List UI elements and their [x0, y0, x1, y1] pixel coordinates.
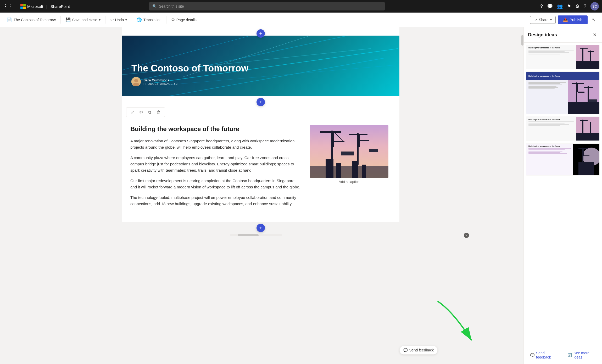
page-toolbar: 📄 The Contoso of Tomorrow 💾 Save and clo… [0, 13, 602, 27]
design-idea-3[interactable]: Building the workspace of the future [526, 116, 600, 141]
undo-item[interactable]: ↩ Undo ▾ [108, 16, 130, 24]
people-icon[interactable]: 👥 [557, 3, 563, 9]
design-ideas-list[interactable]: Building the workspace of the future [524, 43, 602, 346]
design-idea-1[interactable]: Building the workspace of the future [526, 45, 600, 69]
design-panel-title: Design ideas [528, 32, 557, 38]
scrollbar-thumb[interactable] [238, 234, 259, 236]
author-info: Sara Cummings PRODUCT MANAGER 2 [143, 78, 178, 85]
search-icon: 🔍 [152, 4, 157, 8]
svg-rect-23 [582, 48, 583, 62]
publish-button[interactable]: 📤 Publish [558, 15, 588, 24]
section-heading[interactable]: Building the workspace of the future [130, 125, 301, 133]
idea-4-preview: Building the workspace of the future [526, 144, 599, 175]
save-close-item[interactable]: 💾 Save and close ▾ [63, 16, 103, 24]
idea-4-text: Building the workspace of the future [526, 144, 573, 175]
search-input[interactable]: Search this site [159, 4, 382, 8]
idea-4-layout: Building the workspace of the future [526, 144, 599, 175]
svg-rect-19 [362, 165, 366, 178]
svg-rect-25 [590, 51, 591, 62]
svg-rect-18 [352, 161, 358, 178]
svg-rect-28 [568, 102, 599, 114]
text-column[interactable]: Building the workspace of the future A m… [130, 125, 307, 211]
share-icon: ↗ [534, 18, 537, 22]
page-icon: 📄 [7, 17, 12, 22]
paragraph-3[interactable]: Our first major redevelopment is nearing… [130, 178, 301, 190]
editor-area[interactable]: + The Contoso of Tomorrow [0, 27, 521, 364]
svg-rect-7 [334, 141, 344, 142]
page-title-label: The Contoso of Tomorrow [14, 18, 56, 22]
svg-rect-22 [576, 61, 599, 69]
toolbar-divider-2 [105, 16, 105, 24]
svg-rect-33 [588, 86, 589, 103]
svg-rect-39 [580, 120, 588, 121]
add-section-top-wrapper: + [122, 27, 399, 36]
idea-3-preview: Building the workspace of the future [526, 117, 599, 141]
paragraph-2[interactable]: A community plaza where employees can ga… [130, 155, 301, 173]
microsoft-logo[interactable]: Microsoft [20, 4, 43, 9]
svg-rect-29 [576, 82, 577, 103]
design-ideas-panel: Design ideas ✕ Building the workspace of… [523, 27, 602, 364]
translation-label: Translation [143, 18, 161, 22]
editor-content: + The Contoso of Tomorrow [122, 27, 399, 232]
help-circle-icon[interactable]: ? [584, 4, 586, 9]
apps-grid-icon[interactable]: ⋮⋮⋮ [3, 3, 17, 9]
copy-section-button[interactable]: ⧉ [146, 109, 153, 116]
publish-label: Publish [570, 18, 582, 22]
flag-icon[interactable]: ⚑ [567, 3, 571, 9]
horizontal-scrollbar-area: ✕ [0, 232, 521, 238]
undo-dropdown-icon[interactable]: ▾ [125, 18, 127, 22]
translation-icon: 🌐 [137, 17, 142, 22]
search-bar[interactable]: 🔍 Search this site [149, 2, 385, 10]
hero-title[interactable]: The Contoso of Tomorrow [131, 63, 248, 74]
send-feedback-button[interactable]: 💬 Send feedback [399, 346, 438, 355]
add-section-bottom-button[interactable]: + [257, 224, 265, 232]
app-separator: | [46, 4, 47, 9]
author-role: PRODUCT MANAGER 2 [143, 82, 178, 85]
move-section-button[interactable]: ⤢ [129, 109, 136, 116]
avatar [131, 77, 141, 86]
add-section-top-button[interactable]: + [257, 29, 265, 38]
toolbar-divider-3 [132, 16, 132, 24]
toolbar-divider-4 [166, 16, 166, 24]
publish-icon: 📤 [563, 18, 568, 22]
save-dropdown-icon[interactable]: ▾ [99, 18, 101, 22]
top-navigation: ⋮⋮⋮ Microsoft | SharePoint 🔍 Search this… [0, 0, 602, 13]
microsoft-name: Microsoft [27, 4, 43, 9]
section-settings-button[interactable]: ⚙ [137, 109, 145, 116]
idea-2-text [526, 80, 568, 114]
svg-rect-5 [320, 131, 341, 133]
user-avatar[interactable]: SC [590, 2, 599, 10]
horizontal-scrollbar[interactable] [230, 234, 282, 236]
hero-text-block: The Contoso of Tomorrow Sara Cummings PR… [131, 63, 248, 86]
svg-rect-38 [582, 120, 583, 134]
idea-3-text: Building the workspace of the future [526, 117, 576, 141]
delete-section-button[interactable]: 🗑 [154, 109, 163, 116]
paragraph-1[interactable]: A major renovation of Contoso's Singapor… [130, 138, 301, 150]
page-details-item[interactable]: ⚙ Page details [169, 16, 199, 24]
svg-rect-35 [589, 99, 597, 102]
nav-icon-group: ? 💬 👥 ⚑ ⚙ ? SC [540, 2, 599, 10]
content-image[interactable] [310, 125, 388, 178]
page-title-item[interactable]: 📄 The Contoso of Tomorrow [4, 16, 58, 24]
page-area: + The Contoso of Tomorrow [0, 27, 602, 364]
design-panel-close-button[interactable]: ✕ [592, 31, 598, 39]
comment-icon[interactable]: 💬 [547, 3, 553, 9]
hero-section[interactable]: The Contoso of Tomorrow Sara Cummings PR… [122, 36, 399, 96]
scroll-close-button[interactable]: ✕ [464, 233, 469, 238]
translation-item[interactable]: 🌐 Translation [134, 16, 164, 24]
sharepoint-name[interactable]: SharePoint [51, 4, 70, 9]
settings-icon[interactable]: ⚙ [575, 3, 579, 9]
design-idea-4[interactable]: Building the workspace of the future [526, 143, 600, 176]
help-icon[interactable]: ? [540, 4, 543, 9]
design-idea-2[interactable]: Building the workspace of the future [526, 71, 600, 114]
image-caption[interactable]: Add a caption [339, 180, 360, 184]
see-more-ideas-button[interactable]: 🔄 See more ideas [565, 349, 598, 361]
share-button[interactable]: ↗ Share ▾ [530, 16, 555, 24]
collapse-button[interactable]: ⤡ [590, 15, 598, 24]
send-feedback-button[interactable]: 💬 Send feedback [528, 349, 559, 361]
svg-rect-32 [578, 92, 584, 93]
share-dropdown-icon[interactable]: ▾ [550, 18, 552, 22]
add-section-mid-button[interactable]: + [257, 98, 265, 106]
svg-rect-6 [333, 131, 334, 147]
paragraph-4[interactable]: The technology-fueled, multiphase projec… [130, 194, 301, 207]
